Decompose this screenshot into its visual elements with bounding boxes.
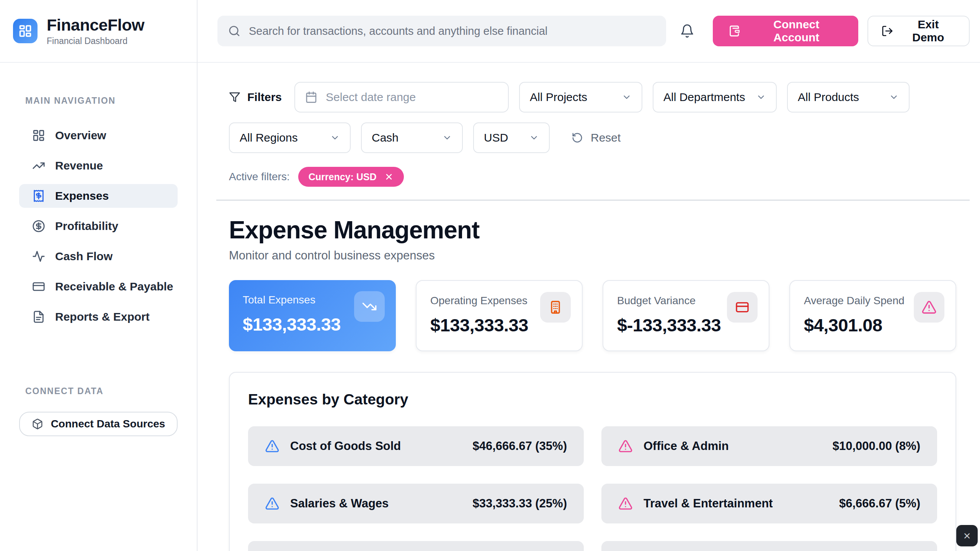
currency-filter-chip-label: Currency: USD <box>309 171 377 183</box>
stat-card-operating-expenses[interactable]: Operating Expenses $133,333.33 <box>416 280 583 351</box>
wallet-icon <box>728 24 741 37</box>
close-icon <box>384 172 394 181</box>
category-label: Office & Admin <box>644 439 822 453</box>
reset-filters-button[interactable]: Reset <box>572 131 621 144</box>
close-icon: × <box>964 529 971 543</box>
category-value: $10,000.00 (8%) <box>833 439 920 453</box>
category-value: $6,666.67 (5%) <box>839 497 920 510</box>
payment-method-select[interactable]: Cash <box>361 122 463 153</box>
trending-down-icon <box>354 291 385 322</box>
sidebar-item-reports-export[interactable]: Reports & Export <box>19 305 178 329</box>
projects-select[interactable]: All Projects <box>519 82 642 112</box>
alert-triangle-icon <box>265 496 279 511</box>
chevron-down-icon <box>889 92 899 102</box>
sidebar-item-overview[interactable]: Overview <box>19 124 178 147</box>
notifications-button[interactable] <box>680 24 694 38</box>
category-row-cost-of-goods-sold[interactable]: Cost of Goods Sold $46,666.67 (35%) <box>248 426 584 466</box>
connect-data-sources-label: Connect Data Sources <box>51 418 165 430</box>
rotate-ccw-icon <box>572 132 583 143</box>
filters-row-2: All Regions Cash USD Reset <box>229 122 956 153</box>
file-text-icon <box>32 310 45 323</box>
chevron-down-icon <box>756 92 766 102</box>
connect-data-section-title: CONNECT DATA <box>25 386 197 396</box>
funnel-icon <box>229 91 240 103</box>
category-label: Travel & Entertainment <box>644 497 828 510</box>
expenses-by-category-panel: Expenses by Category Cost of Goods Sold … <box>229 372 956 551</box>
currency-filter-chip[interactable]: Currency: USD <box>298 167 404 187</box>
receipt-icon <box>32 189 45 202</box>
connect-account-button[interactable]: Connect Account <box>713 16 858 46</box>
dashboard-grid-icon <box>32 129 45 142</box>
exit-demo-button[interactable]: Exit Demo <box>867 16 970 46</box>
sidebar-item-label: Receivable & Payable <box>55 280 173 293</box>
stat-card-budget-variance[interactable]: Budget Variance $-133,333.33 <box>603 280 769 351</box>
stat-cards: Total Expenses $133,333.33 Operating Exp… <box>229 280 956 351</box>
category-row-salaries-wages[interactable]: Salaries & Wages $33,333.33 (25%) <box>248 484 584 523</box>
bell-icon <box>680 24 694 38</box>
category-label: Cost of Goods Sold <box>290 439 462 453</box>
products-select-value: All Products <box>798 91 859 104</box>
search-icon <box>228 25 240 37</box>
global-search[interactable] <box>217 16 666 46</box>
page-content: Filters All Projects All Departments All… <box>198 63 980 551</box>
category-value: $46,666.67 (35%) <box>473 439 567 453</box>
alert-triangle-icon <box>914 292 944 323</box>
date-range-picker[interactable] <box>294 82 509 112</box>
sidebar-item-label: Profitability <box>55 220 118 233</box>
chevron-down-icon <box>330 133 340 143</box>
connect-account-label: Connect Account <box>750 18 843 44</box>
credit-card-icon <box>32 280 45 293</box>
credit-card-icon <box>727 292 758 323</box>
activity-icon <box>32 250 45 263</box>
regions-select-value: All Regions <box>240 131 298 144</box>
sidebar-item-label: Reports & Export <box>55 310 150 323</box>
sidebar-item-label: Revenue <box>55 159 103 172</box>
category-row-professional-services[interactable]: Professional Services $3,333.33 (3%) <box>601 541 937 551</box>
app-logo-icon <box>13 19 38 43</box>
remove-currency-filter-button[interactable] <box>384 172 394 181</box>
dollar-circle-icon <box>32 220 45 233</box>
stat-card-total-expenses[interactable]: Total Expenses $133,333.33 <box>229 280 396 351</box>
category-value: $33,333.33 (25%) <box>473 497 567 510</box>
regions-select[interactable]: All Regions <box>229 122 351 153</box>
departments-select[interactable]: All Departments <box>653 82 777 112</box>
top-header: Connect Account Exit Demo <box>198 0 980 63</box>
currency-select[interactable]: USD <box>473 122 550 153</box>
exit-demo-label: Exit Demo <box>900 18 956 44</box>
sidebar-item-revenue[interactable]: Revenue <box>19 154 178 178</box>
category-row-office-admin[interactable]: Office & Admin $10,000.00 (8%) <box>601 426 937 466</box>
payment-method-select-value: Cash <box>372 131 399 144</box>
overlay-close-button[interactable]: × <box>956 525 978 546</box>
search-input[interactable] <box>249 25 655 37</box>
category-row-marketing[interactable]: Marketing $20,000.00 (15%) <box>248 541 584 551</box>
stat-card-average-daily-spend[interactable]: Average Daily Spend $4,301.08 <box>789 280 956 351</box>
box-icon <box>32 418 43 430</box>
date-range-input[interactable] <box>326 91 498 104</box>
calendar-icon <box>305 91 317 103</box>
products-select[interactable]: All Products <box>787 82 910 112</box>
connect-data-sources-button[interactable]: Connect Data Sources <box>19 412 178 436</box>
sidebar-item-label: Overview <box>55 129 106 142</box>
sidebar-item-profitability[interactable]: Profitability <box>19 214 178 238</box>
alert-triangle-icon <box>618 496 633 511</box>
chevron-down-icon <box>529 133 539 143</box>
sidebar-item-receivable-payable[interactable]: Receivable & Payable <box>19 275 178 298</box>
page-subtitle: Monitor and control business expenses <box>229 249 956 262</box>
sidebar-item-cash-flow[interactable]: Cash Flow <box>19 245 178 268</box>
category-row-travel-entertainment[interactable]: Travel & Entertainment $6,666.67 (5%) <box>601 484 937 523</box>
page-title: Expense Management <box>229 216 956 244</box>
reset-label: Reset <box>591 131 621 144</box>
app-title: FinanceFlow <box>47 16 144 34</box>
sidebar-item-label: Expenses <box>55 189 109 202</box>
projects-select-value: All Projects <box>530 91 587 104</box>
main-navigation: Overview Revenue Expenses Profitability … <box>0 124 197 329</box>
category-list: Cost of Goods Sold $46,666.67 (35%) Offi… <box>248 426 937 551</box>
nav-section-title: MAIN NAVIGATION <box>25 96 197 106</box>
alert-triangle-icon <box>618 439 633 453</box>
building-icon <box>540 292 571 323</box>
brand: FinanceFlow Financial Dashboard <box>0 0 197 63</box>
sidebar-item-expenses[interactable]: Expenses <box>19 184 178 208</box>
log-out-icon <box>881 25 893 37</box>
filters-row-1: Filters All Projects All Departments All… <box>229 82 956 112</box>
filters-label: Filters <box>247 91 282 104</box>
